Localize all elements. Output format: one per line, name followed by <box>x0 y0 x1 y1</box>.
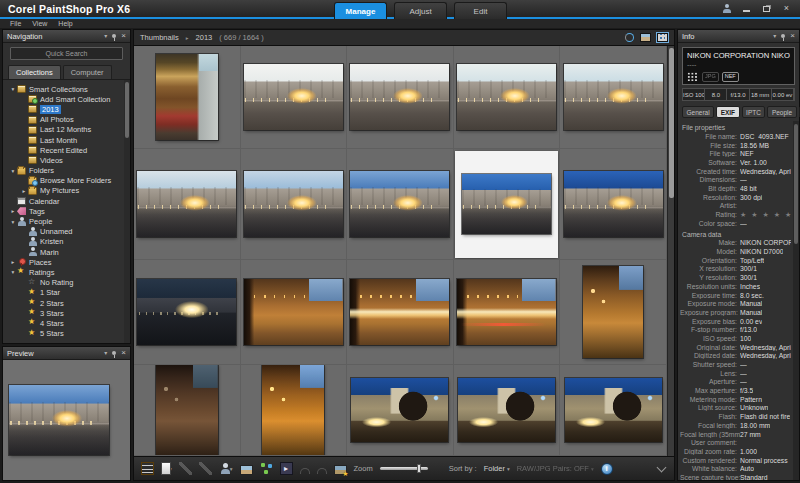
navigation-scrollbar[interactable] <box>124 80 130 343</box>
tree-item[interactable]: 3 Stars <box>9 308 129 318</box>
info-tab[interactable]: EXIF <box>716 106 739 118</box>
thumbnail-cell[interactable] <box>241 260 348 365</box>
thumbnail-cell[interactable] <box>454 365 561 456</box>
thumbnail-cell[interactable] <box>347 149 454 260</box>
close-icon[interactable]: × <box>121 349 126 357</box>
thumbnail-cell[interactable] <box>134 260 241 365</box>
tree-item[interactable]: Add Smart Collection <box>9 94 129 104</box>
thumbnail-cell[interactable] <box>241 365 348 456</box>
thumbnail-cell[interactable] <box>560 46 667 149</box>
menu-item[interactable]: File <box>10 20 21 27</box>
edit-brush-icon[interactable] <box>199 462 212 475</box>
expander-icon[interactable]: ▾ <box>9 219 17 225</box>
edit-pen-icon[interactable] <box>179 462 192 475</box>
preview-mode-icon[interactable] <box>640 33 651 42</box>
expander-icon[interactable]: ▸ <box>9 259 17 265</box>
zoom-slider[interactable] <box>380 467 428 470</box>
thumbnail-photo[interactable] <box>262 365 324 456</box>
expander-icon[interactable]: ▸ <box>20 188 28 194</box>
collapse-toolbar-icon[interactable] <box>657 462 667 472</box>
pin-icon[interactable] <box>112 351 116 355</box>
thumbnail-cell[interactable] <box>241 46 348 149</box>
quick-search-button[interactable]: Quick Search <box>10 47 123 60</box>
thumbnail-cell[interactable] <box>134 365 241 456</box>
panel-menu-icon[interactable]: ▾ <box>104 33 107 39</box>
thumbnail-photo[interactable] <box>457 64 556 130</box>
tree-item[interactable]: ▸ Places <box>9 257 129 267</box>
tag-people-icon[interactable] <box>219 462 232 475</box>
thumbnail-cell[interactable] <box>560 365 667 456</box>
redo-icon[interactable] <box>317 468 327 474</box>
thumbnail-cell[interactable] <box>560 260 667 365</box>
thumbnail-photo[interactable] <box>583 266 643 358</box>
thumbnail-photo[interactable] <box>564 64 663 130</box>
raw-jpg-pairs-dropdown[interactable]: RAW/JPG Pairs: OFF ▾ <box>517 464 594 473</box>
mode-tab[interactable]: Edit <box>454 2 507 19</box>
sync-icon[interactable] <box>625 33 634 42</box>
tree-item[interactable]: No Rating <box>9 278 129 288</box>
info-scrollbar[interactable] <box>793 121 799 480</box>
thumbnail-photo[interactable] <box>156 365 218 456</box>
panel-menu-icon[interactable]: ▾ <box>773 33 776 39</box>
thumbnail-photo[interactable] <box>244 279 343 345</box>
info-tab[interactable]: General <box>682 106 714 118</box>
share-icon[interactable] <box>260 462 273 475</box>
thumbnail-photo[interactable] <box>458 378 555 442</box>
thumbnail-mode-icon[interactable] <box>657 33 668 42</box>
thumbnail-cell[interactable] <box>560 149 667 260</box>
tree-item[interactable]: ▾ Ratings <box>9 267 129 277</box>
thumbnail-photo[interactable] <box>156 54 218 140</box>
tree-item[interactable]: Marin <box>9 247 129 257</box>
thumbnail-photo[interactable] <box>564 171 663 237</box>
thumbnail-photo[interactable] <box>137 279 236 345</box>
expander-icon[interactable]: ▾ <box>9 269 17 275</box>
rating-placeholder[interactable]: ---- <box>687 61 790 68</box>
tree-item[interactable]: Unnamed <box>9 227 129 237</box>
pin-icon[interactable] <box>112 34 116 38</box>
user-account-icon[interactable] <box>721 4 732 14</box>
thumbnail-cell[interactable] <box>347 365 454 456</box>
thumbnail-cell[interactable] <box>347 260 454 365</box>
tree-item[interactable]: Videos <box>9 155 129 165</box>
menu-item[interactable]: View <box>32 20 47 27</box>
thumbnail-photo[interactable] <box>462 174 551 234</box>
tree-item[interactable]: ▸ Tags <box>9 206 129 216</box>
navigation-tab[interactable]: Computer <box>63 65 112 79</box>
sort-by-dropdown[interactable]: Folder ▾ <box>484 464 510 473</box>
slideshow-icon[interactable] <box>280 462 293 475</box>
expander-icon[interactable]: ▾ <box>9 86 17 92</box>
close-icon[interactable]: × <box>121 32 126 40</box>
info-help-icon[interactable]: i <box>601 463 613 475</box>
pin-icon[interactable] <box>781 34 785 38</box>
close-button[interactable]: × <box>781 4 792 14</box>
zoom-slider-thumb[interactable] <box>417 464 421 473</box>
rate-image-icon[interactable] <box>334 465 347 475</box>
expander-icon[interactable]: ▾ <box>9 168 17 174</box>
info-tab[interactable]: IPTC <box>742 106 766 118</box>
info-tab[interactable]: People <box>767 106 796 118</box>
breadcrumb-current[interactable]: 2013 <box>196 33 213 42</box>
tree-item[interactable]: Calendar <box>9 196 129 206</box>
breadcrumb-root[interactable]: Thumbnails <box>140 33 179 42</box>
thumbnail-photo[interactable] <box>457 279 556 345</box>
format-badge[interactable]: JPG <box>702 72 719 82</box>
close-icon[interactable]: × <box>790 32 795 40</box>
thumbnail-cell[interactable] <box>134 46 241 149</box>
tree-item[interactable]: 4 Stars <box>9 318 129 328</box>
undo-icon[interactable] <box>300 468 310 474</box>
thumbnail-cell[interactable] <box>454 260 561 365</box>
preview-image[interactable] <box>9 385 109 455</box>
tree-item[interactable]: 1 Star <box>9 288 129 298</box>
thumbnail-cell[interactable] <box>134 149 241 260</box>
format-badge[interactable]: NEF <box>722 72 739 82</box>
tree-item[interactable]: ▸ My Pictures <box>9 186 129 196</box>
tree-item[interactable]: Browse More Folders <box>9 176 129 186</box>
tree-item[interactable]: Last Month <box>9 135 129 145</box>
thumbnail-cell[interactable] <box>241 149 348 260</box>
thumbnail-view-icon[interactable] <box>141 462 154 475</box>
mode-tab[interactable]: Manage <box>334 2 387 19</box>
tree-item[interactable]: 2 Stars <box>9 298 129 308</box>
thumbnail-photo[interactable] <box>137 171 236 237</box>
expander-icon[interactable]: ▸ <box>9 208 17 214</box>
tree-item[interactable]: 5 Stars <box>9 329 129 339</box>
